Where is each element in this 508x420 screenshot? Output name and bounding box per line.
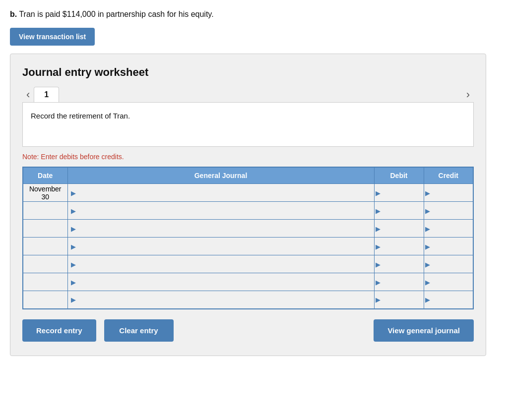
note-text: Note: Enter debits before credits. (22, 153, 474, 161)
row-arrow-icon: ▶ (71, 278, 76, 286)
page-intro: b. Tran is paid $114,000 in partnership … (10, 10, 498, 19)
debit-arrow-icon: ▶ (376, 225, 381, 232)
prev-page-button[interactable]: ‹ (22, 87, 34, 102)
credit-cell-5[interactable]: ▶ (424, 273, 473, 291)
journal-tbody: November30▶▶▶▶▶▶▶▶▶▶▶▶▶▶▶▶▶▶▶▶▶ (23, 184, 473, 309)
debit-cell-2[interactable]: ▶ (374, 220, 424, 238)
record-entry-button[interactable]: Record entry (22, 319, 96, 342)
credit-cell-2[interactable]: ▶ (424, 220, 473, 238)
date-cell-0[interactable]: November30 (23, 184, 67, 202)
date-cell-4[interactable] (23, 255, 67, 273)
row-arrow-icon: ▶ (71, 260, 76, 268)
journal-cell-5[interactable]: ▶ (67, 273, 374, 291)
journal-cell-4[interactable]: ▶ (67, 255, 374, 273)
debit-cell-4[interactable]: ▶ (374, 255, 424, 273)
table-row: ▶▶▶ (23, 255, 473, 273)
debit-cell-0[interactable]: ▶ (374, 184, 424, 202)
credit-arrow-icon: ▶ (425, 260, 430, 268)
table-row: ▶▶▶ (23, 273, 473, 291)
journal-cell-0[interactable]: ▶ (67, 184, 374, 202)
header-general-journal: General Journal (67, 167, 374, 184)
pagination-row: ‹ 1 › (22, 87, 474, 102)
clear-entry-button[interactable]: Clear entry (104, 319, 174, 342)
bottom-buttons: Record entry Clear entry View general jo… (22, 319, 474, 342)
table-row: ▶▶▶ (23, 220, 473, 238)
date-cell-1[interactable] (23, 202, 67, 220)
debit-cell-3[interactable]: ▶ (374, 238, 424, 255)
header-debit: Debit (374, 167, 424, 184)
worksheet-container: Journal entry worksheet ‹ 1 › Record the… (10, 54, 486, 356)
credit-arrow-icon: ▶ (425, 207, 430, 214)
journal-table: Date General Journal Debit Credit Novemb… (22, 167, 474, 309)
credit-cell-0[interactable]: ▶ (424, 184, 473, 202)
table-row: November30▶▶▶ (23, 184, 473, 202)
row-arrow-icon: ▶ (71, 189, 76, 196)
credit-arrow-icon: ▶ (425, 278, 430, 286)
debit-arrow-icon: ▶ (376, 207, 381, 214)
debit-arrow-icon: ▶ (376, 296, 381, 303)
credit-cell-3[interactable]: ▶ (424, 238, 473, 255)
next-page-button[interactable]: › (462, 87, 474, 102)
row-arrow-icon: ▶ (71, 225, 76, 232)
credit-arrow-icon: ▶ (425, 189, 430, 196)
credit-arrow-icon: ▶ (425, 296, 430, 303)
debit-arrow-icon: ▶ (376, 242, 381, 250)
row-arrow-icon: ▶ (71, 207, 76, 214)
table-header-row: Date General Journal Debit Credit (23, 167, 473, 184)
header-credit: Credit (424, 167, 473, 184)
instruction-text: Record the retirement of Tran. (31, 112, 130, 120)
journal-cell-1[interactable]: ▶ (67, 202, 374, 220)
table-row: ▶▶▶ (23, 291, 473, 309)
credit-cell-6[interactable]: ▶ (424, 291, 473, 309)
debit-cell-5[interactable]: ▶ (374, 273, 424, 291)
debit-cell-1[interactable]: ▶ (374, 202, 424, 220)
debit-arrow-icon: ▶ (376, 278, 381, 286)
page-tab: 1 (34, 87, 59, 102)
debit-cell-6[interactable]: ▶ (374, 291, 424, 309)
table-row: ▶▶▶ (23, 238, 473, 255)
journal-cell-2[interactable]: ▶ (67, 220, 374, 238)
credit-arrow-icon: ▶ (425, 225, 430, 232)
view-general-journal-button[interactable]: View general journal (374, 319, 474, 342)
date-cell-2[interactable] (23, 220, 67, 238)
table-row: ▶▶▶ (23, 202, 473, 220)
worksheet-title: Journal entry worksheet (22, 66, 474, 79)
date-cell-3[interactable] (23, 238, 67, 255)
journal-cell-3[interactable]: ▶ (67, 238, 374, 255)
credit-cell-4[interactable]: ▶ (424, 255, 473, 273)
debit-arrow-icon: ▶ (376, 260, 381, 268)
row-arrow-icon: ▶ (71, 242, 76, 250)
journal-cell-6[interactable]: ▶ (67, 291, 374, 309)
header-date: Date (23, 167, 67, 184)
credit-arrow-icon: ▶ (425, 242, 430, 250)
date-cell-6[interactable] (23, 291, 67, 309)
debit-arrow-icon: ▶ (376, 189, 381, 196)
instruction-box: Record the retirement of Tran. (22, 102, 474, 147)
credit-cell-1[interactable]: ▶ (424, 202, 473, 220)
intro-label: b. (10, 10, 17, 18)
view-transaction-button[interactable]: View transaction list (10, 28, 95, 46)
row-arrow-icon: ▶ (71, 296, 76, 303)
date-cell-5[interactable] (23, 273, 67, 291)
intro-text: Tran is paid $114,000 in partnership cas… (19, 10, 213, 18)
